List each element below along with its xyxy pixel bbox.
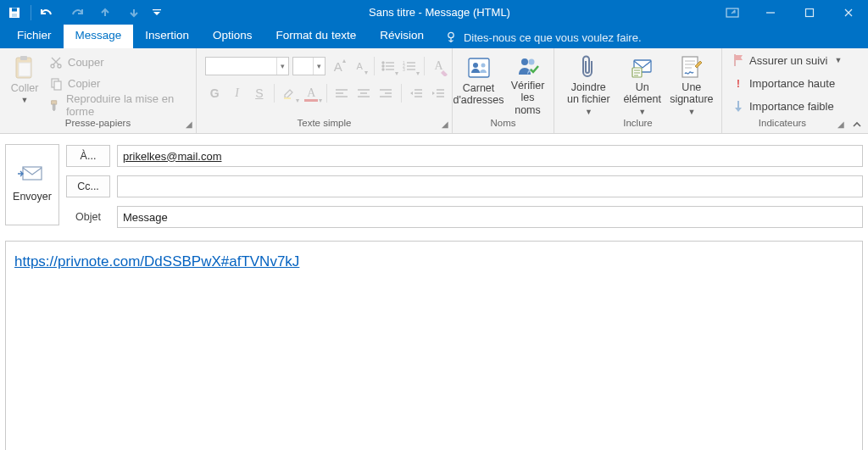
svg-point-23 (473, 63, 478, 68)
svg-point-16 (382, 65, 384, 67)
shrink-font-button[interactable]: A▾ (350, 56, 368, 76)
body-hyperlink[interactable]: https://privnote.com/DdSSBPwX#afTVNv7kJ (14, 253, 299, 269)
svg-point-26 (528, 59, 534, 65)
copy-button[interactable]: Copier (46, 74, 191, 94)
collapse-ribbon-button[interactable] (851, 119, 863, 130)
align-right-button[interactable] (376, 83, 395, 103)
decrease-indent-button[interactable] (406, 83, 425, 103)
clear-formatting-button[interactable]: A (430, 56, 448, 76)
copy-label: Copier (68, 77, 100, 90)
svg-rect-21 (284, 97, 291, 99)
svg-point-25 (521, 58, 528, 65)
italic-button[interactable]: I (227, 83, 246, 103)
tab-revision[interactable]: Révision (368, 25, 436, 48)
numbering-button[interactable]: 123▾ (401, 56, 419, 76)
to-field[interactable] (117, 145, 863, 167)
tell-me-placeholder: Dites-nous ce que vous voulez faire. (464, 31, 642, 44)
svg-point-24 (481, 64, 485, 68)
undo-button[interactable] (33, 0, 62, 25)
tags-launcher-icon[interactable]: ◢ (837, 119, 844, 129)
underline-button[interactable]: S (250, 83, 269, 103)
scissors-icon (49, 56, 63, 69)
paintbrush-icon (49, 98, 61, 112)
send-label: Envoyer (13, 191, 52, 208)
format-painter-button[interactable]: Reproduire la mise en forme (46, 95, 191, 115)
low-importance-button[interactable]: Importance faible (729, 96, 845, 116)
save-button[interactable] (0, 0, 29, 25)
ribbon: Coller ▼ Couper Copier Reproduire la mis… (0, 48, 868, 134)
low-importance-label: Importance faible (749, 100, 834, 113)
tab-file[interactable]: Fichier (5, 25, 64, 48)
copy-icon (49, 77, 63, 91)
clipboard-launcher-icon[interactable]: ◢ (186, 119, 192, 129)
send-button[interactable]: Envoyer (5, 144, 59, 225)
svg-rect-6 (806, 8, 814, 16)
subject-field[interactable] (117, 206, 863, 228)
group-include: Joindre un fichier ▼ Un élément ▼ Une si… (554, 48, 722, 133)
group-include-label: Inclure (554, 118, 721, 133)
align-center-button[interactable] (354, 83, 373, 103)
check-names-label: Vérifier les noms (509, 80, 548, 116)
group-clipboard: Coller ▼ Couper Copier Reproduire la mis… (0, 48, 197, 133)
svg-point-15 (382, 62, 384, 64)
cut-label: Couper (68, 56, 104, 69)
chevron-down-icon: ▾ (313, 58, 325, 75)
address-book-icon (466, 53, 492, 82)
chevron-down-icon: ▼ (834, 56, 842, 64)
bold-button[interactable]: G (205, 83, 224, 103)
tab-message[interactable]: Message (64, 25, 134, 48)
signature-button[interactable]: Une signature ▼ (667, 52, 716, 118)
attach-file-button[interactable]: Joindre un fichier ▼ (559, 52, 618, 118)
previous-item-button[interactable] (91, 0, 120, 25)
attach-item-button[interactable]: Un élément ▼ (618, 52, 667, 118)
tell-me-search[interactable]: Dites-nous ce que vous voulez faire. (436, 26, 652, 48)
svg-rect-14 (54, 81, 61, 90)
to-button[interactable]: À... (66, 145, 110, 167)
maximize-button[interactable] (790, 0, 829, 25)
next-item-button[interactable] (120, 0, 148, 25)
highlight-button[interactable]: ▾ (280, 83, 298, 103)
group-tags-label: Indicateurs ◢ (722, 118, 868, 133)
font-name-combo[interactable]: ▾ (205, 57, 289, 75)
message-body[interactable]: https://privnote.com/DdSSBPwX#afTVNv7kJ (5, 241, 863, 450)
quick-access-toolbar (0, 0, 165, 25)
address-book-button[interactable]: Carnet d'adresses (454, 52, 504, 118)
window-controls (751, 0, 868, 25)
follow-up-button[interactable]: Assurer un suivi ▼ (729, 50, 845, 70)
arrow-down-icon (732, 99, 744, 113)
tab-options[interactable]: Options (201, 25, 264, 48)
minimize-button[interactable] (751, 0, 790, 25)
qat-separator (31, 5, 31, 20)
check-names-button[interactable]: Vérifier les noms (504, 52, 553, 118)
ribbon-display-options-button[interactable] (714, 8, 751, 18)
svg-rect-10 (19, 63, 31, 76)
cc-button[interactable]: Cc... (66, 175, 110, 197)
check-names-icon (515, 53, 541, 80)
svg-point-7 (448, 32, 453, 37)
clipboard-icon (13, 53, 36, 82)
font-color-button[interactable]: A▾ (302, 83, 320, 103)
cut-button[interactable]: Couper (46, 53, 191, 73)
paste-button[interactable]: Coller ▼ (5, 52, 44, 118)
basic-text-launcher-icon[interactable]: ◢ (442, 119, 448, 129)
group-tags: Assurer un suivi ▼ ! Importance haute Im… (722, 48, 868, 133)
chevron-down-icon: ▼ (21, 96, 29, 104)
flag-icon (732, 53, 744, 67)
group-names-label: Noms (453, 118, 554, 133)
attach-item-label: Un élément (623, 81, 662, 106)
group-basic-text-label: Texte simple ◢ (197, 118, 452, 133)
tab-format[interactable]: Format du texte (264, 25, 369, 48)
cc-field[interactable] (117, 175, 863, 197)
qat-customize-button[interactable] (148, 0, 165, 25)
close-button[interactable] (829, 0, 868, 25)
grow-font-button[interactable]: A▴ (329, 56, 347, 76)
high-importance-button[interactable]: ! Importance haute (729, 73, 845, 93)
redo-button[interactable] (62, 0, 91, 25)
ribbon-tabs: Fichier Message Insertion Options Format… (0, 25, 868, 48)
increase-indent-button[interactable] (429, 83, 448, 103)
font-size-combo[interactable]: ▾ (292, 57, 326, 75)
bullets-button[interactable]: ▾ (380, 56, 398, 76)
tab-insertion[interactable]: Insertion (133, 25, 201, 48)
chevron-down-icon: ▼ (687, 108, 695, 116)
align-left-button[interactable] (332, 83, 351, 103)
